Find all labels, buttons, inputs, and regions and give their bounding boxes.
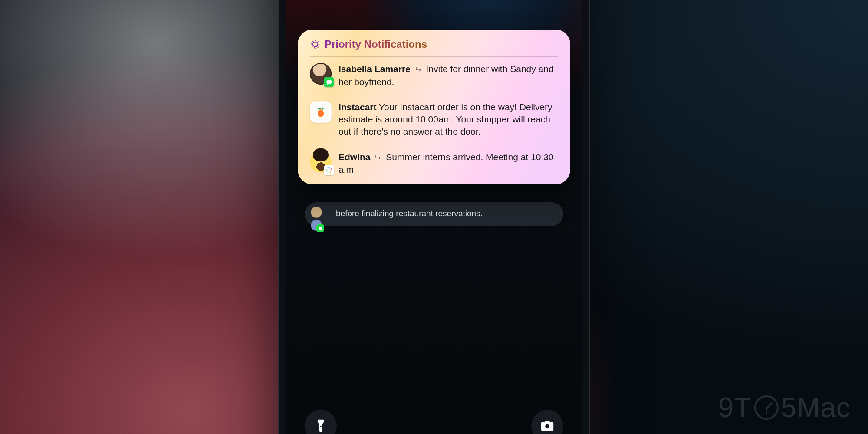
card-header: Priority Notifications — [309, 38, 559, 56]
avatar — [311, 220, 322, 231]
notification-body: Isabella Lamarre Invite for dinner with … — [339, 63, 558, 88]
message-text: Summer interns arrived. Meeting at 10:30… — [339, 152, 554, 175]
background-notification-text: before finalizing restaurant reservation… — [336, 209, 483, 218]
messages-app-icon — [324, 77, 334, 87]
reply-arrow-icon — [375, 152, 382, 164]
svg-rect-2 — [326, 170, 328, 171]
notification-body: Edwina Summer interns arrived. Meeting a… — [339, 151, 558, 176]
contact-avatar — [310, 63, 332, 85]
notification-row[interactable]: Instacart Your Instacart order is on the… — [309, 95, 559, 144]
svg-point-7 — [330, 172, 331, 173]
watermark-9to5mac: 9T5Mac — [718, 391, 851, 424]
notification-body: Instacart Your Instacart order is on the… — [339, 101, 558, 137]
priority-notifications-card[interactable]: Priority Notifications Isabella Lamarre … — [298, 30, 570, 184]
notification-row[interactable]: Edwina Summer interns arrived. Meeting a… — [309, 145, 559, 178]
notification-row[interactable]: Isabella Lamarre Invite for dinner with … — [309, 57, 559, 95]
svg-point-10 — [545, 424, 549, 429]
svg-point-9 — [320, 426, 321, 427]
iphone-frame: before finalizing restaurant reservation… — [278, 0, 590, 434]
svg-point-8 — [331, 168, 332, 169]
camera-icon — [540, 418, 555, 433]
reply-arrow-icon — [415, 64, 423, 76]
contact-avatar — [310, 151, 332, 173]
clock-icon — [754, 395, 779, 420]
sender-name: Edwina — [339, 152, 371, 162]
svg-rect-3 — [329, 171, 329, 173]
slack-app-icon — [324, 165, 334, 175]
svg-rect-4 — [330, 170, 332, 171]
stage: before finalizing restaurant reservation… — [0, 0, 868, 434]
camera-button[interactable] — [531, 410, 563, 434]
svg-point-6 — [326, 171, 327, 171]
svg-rect-1 — [329, 167, 329, 169]
flashlight-button[interactable] — [305, 410, 337, 434]
avatar — [311, 207, 322, 218]
sender-name: Isabella Lamarre — [339, 64, 411, 74]
svg-point-0 — [313, 42, 317, 46]
svg-point-5 — [327, 167, 328, 168]
intelligence-icon — [310, 39, 320, 49]
instacart-app-icon — [310, 101, 332, 123]
background-notification[interactable]: before finalizing restaurant reservation… — [305, 202, 563, 226]
messages-badge-icon — [316, 224, 324, 232]
lock-screen: before finalizing restaurant reservation… — [286, 0, 582, 434]
sender-name: Instacart — [339, 102, 377, 112]
flashlight-icon — [313, 418, 328, 433]
card-title: Priority Notifications — [325, 38, 427, 50]
